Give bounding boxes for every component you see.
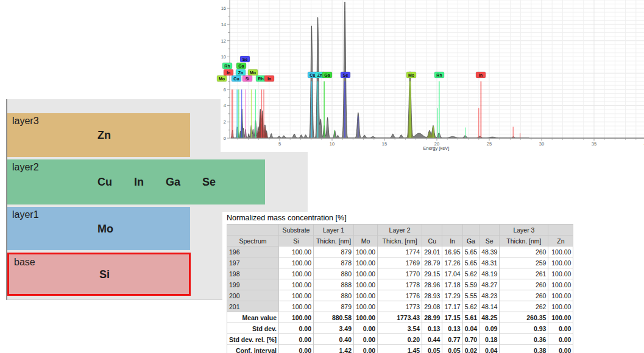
group-header-row: SubstrateLayer 1Layer 2Layer 3 bbox=[227, 225, 573, 236]
layer-bar-base[interactable]: baseSi bbox=[7, 253, 191, 296]
value-cell: 878 bbox=[314, 257, 354, 268]
spectrum-row-198[interactable]: 198100.00880100.00177029.1517.045.6248.1… bbox=[227, 268, 573, 279]
layer-elements: Mo bbox=[97, 222, 113, 235]
layer-element-symbol: Si bbox=[99, 268, 110, 281]
y-tick-label: 12 bbox=[221, 38, 226, 44]
value-cell: 48.27 bbox=[479, 279, 500, 290]
results-table: SubstrateLayer 1Layer 2Layer 3SpectrumSi… bbox=[227, 224, 573, 353]
element-label-Mo[interactable]: Mo bbox=[217, 75, 227, 82]
spectrum-chart[interactable]: 0246810121416510152025303540Energy [keV]… bbox=[221, 0, 644, 152]
value-cell: 880 bbox=[314, 290, 354, 301]
value-cell: 100.00 bbox=[354, 301, 378, 312]
spectrum-id-cell[interactable]: 198 bbox=[227, 268, 279, 279]
group-header: Layer 2 bbox=[378, 225, 422, 236]
value-cell: 16.95 bbox=[442, 246, 462, 257]
column-header: Thickn. [nm] bbox=[500, 236, 548, 246]
summary-value-cell: 3.49 bbox=[314, 323, 354, 334]
svg-text:Ga: Ga bbox=[324, 73, 330, 77]
svg-text:Rh: Rh bbox=[224, 64, 230, 68]
application-window: layer3Znlayer2CuInGaSelayer1MobaseSi 024… bbox=[0, 0, 644, 353]
svg-text:Rh: Rh bbox=[436, 73, 442, 77]
summary-value-cell: 880.58 bbox=[314, 312, 354, 323]
value-cell: 100.00 bbox=[279, 268, 314, 279]
summary-value-cell: 0.02 bbox=[462, 345, 479, 353]
layer-elements: Si bbox=[99, 268, 110, 281]
element-label-In[interactable]: In bbox=[264, 75, 274, 82]
value-cell: 880 bbox=[314, 268, 354, 279]
value-cell: 100.00 bbox=[279, 257, 314, 268]
value-cell: 100.00 bbox=[279, 279, 314, 290]
layer-bar-layer3[interactable]: layer3Zn bbox=[7, 113, 190, 157]
value-cell: 29.01 bbox=[422, 246, 442, 257]
summary-value-cell: 3.54 bbox=[378, 323, 422, 334]
value-cell: 28.93 bbox=[422, 290, 442, 301]
spectrum-row-201[interactable]: 201100.00879100.00177329.0817.175.6248.1… bbox=[227, 301, 573, 312]
y-tick-label: 2 bbox=[224, 119, 226, 125]
summary-value-cell: 0.13 bbox=[422, 323, 442, 334]
element-label-Mo[interactable]: Mo bbox=[248, 69, 258, 75]
summary-value-cell: 0.00 bbox=[548, 345, 573, 353]
summary-value-cell: 100.00 bbox=[548, 312, 573, 323]
value-cell: 5.59 bbox=[462, 279, 479, 290]
summary-value-cell: 260.35 bbox=[500, 312, 548, 323]
summary-value-cell: 0.00 bbox=[354, 334, 378, 345]
x-axis-title: Energy [keV] bbox=[423, 145, 450, 151]
value-cell: 100.00 bbox=[354, 290, 378, 301]
svg-text:Cu: Cu bbox=[310, 73, 315, 77]
spectrum-row-199[interactable]: 199100.00888100.00177828.9617.185.5948.2… bbox=[227, 279, 573, 290]
value-cell: 5.65 bbox=[462, 257, 479, 268]
spectrum-id-cell[interactable]: 196 bbox=[227, 246, 279, 257]
value-cell: 28.96 bbox=[422, 279, 442, 290]
element-label-In[interactable]: In bbox=[224, 69, 233, 75]
summary-value-cell: 0.36 bbox=[500, 334, 548, 345]
element-label-Cu[interactable]: Cu bbox=[232, 75, 241, 82]
element-label-Se[interactable]: Se bbox=[341, 72, 350, 78]
value-cell: 17.26 bbox=[442, 257, 462, 268]
value-cell: 100.00 bbox=[279, 301, 314, 312]
summary-value-cell: 0.00 bbox=[279, 334, 314, 345]
spectrum-row-200[interactable]: 200100.00880100.00177628.9317.295.5548.2… bbox=[227, 290, 573, 301]
value-cell: 1773 bbox=[378, 301, 422, 312]
summary-value-cell: 5.61 bbox=[462, 312, 479, 323]
summary-value-cell: 0.04 bbox=[462, 323, 479, 334]
spectrum-row-196[interactable]: 196100.00879100.00177429.0116.955.6548.3… bbox=[227, 246, 573, 257]
column-header: Ga bbox=[462, 236, 479, 246]
element-label-Se[interactable]: Se bbox=[240, 56, 250, 62]
layer-bar-layer2[interactable]: layer2CuInGaSe bbox=[7, 159, 265, 204]
spectrum-id-cell[interactable]: 199 bbox=[227, 279, 279, 290]
spectrum-id-cell[interactable]: 197 bbox=[227, 257, 279, 268]
value-cell: 29.08 bbox=[422, 301, 442, 312]
value-cell: 100.00 bbox=[279, 246, 314, 257]
spectrum-id-cell[interactable]: 201 bbox=[227, 301, 279, 312]
group-header bbox=[422, 225, 442, 236]
value-cell: 1774 bbox=[378, 246, 422, 257]
element-label-Rh[interactable]: Rh bbox=[256, 75, 266, 82]
summary-value-cell: 100.00 bbox=[354, 312, 378, 323]
summary-value-cell: 0.00 bbox=[354, 345, 378, 353]
value-cell: 261 bbox=[500, 268, 548, 279]
layer-element-symbol: In bbox=[134, 176, 144, 189]
element-label-In[interactable]: In bbox=[476, 72, 486, 78]
summary-value-cell: 0.09 bbox=[479, 323, 500, 334]
element-label-Zn[interactable]: Zn bbox=[236, 69, 246, 75]
group-header bbox=[354, 225, 378, 236]
element-label-Si[interactable]: Si bbox=[242, 75, 252, 82]
value-cell: 100.00 bbox=[548, 279, 573, 290]
element-label-Rh[interactable]: Rh bbox=[434, 72, 444, 78]
element-label-Ga[interactable]: Ga bbox=[236, 63, 246, 69]
summary-row: Std dev. rel. [%]0.000.400.000.200.440.7… bbox=[227, 334, 573, 345]
layer-bar-layer1[interactable]: layer1Mo bbox=[7, 207, 190, 250]
value-cell: 100.00 bbox=[279, 290, 314, 301]
element-label-Mo[interactable]: Mo bbox=[406, 72, 416, 78]
spectrum-row-197[interactable]: 197100.00878100.00176928.7917.265.6548.3… bbox=[227, 257, 573, 268]
value-cell: 879 bbox=[314, 246, 354, 257]
element-label-Ga[interactable]: Ga bbox=[322, 72, 332, 78]
svg-text:Mo: Mo bbox=[250, 71, 256, 75]
value-cell: 5.62 bbox=[462, 301, 479, 312]
spectrum-id-cell[interactable]: 200 bbox=[227, 290, 279, 301]
y-tick-label: 6 bbox=[224, 87, 226, 93]
layer-element-symbol: Zn bbox=[97, 129, 111, 142]
svg-text:Se: Se bbox=[343, 73, 349, 77]
column-header: Zn bbox=[548, 236, 573, 246]
element-label-Rh[interactable]: Rh bbox=[222, 63, 232, 69]
